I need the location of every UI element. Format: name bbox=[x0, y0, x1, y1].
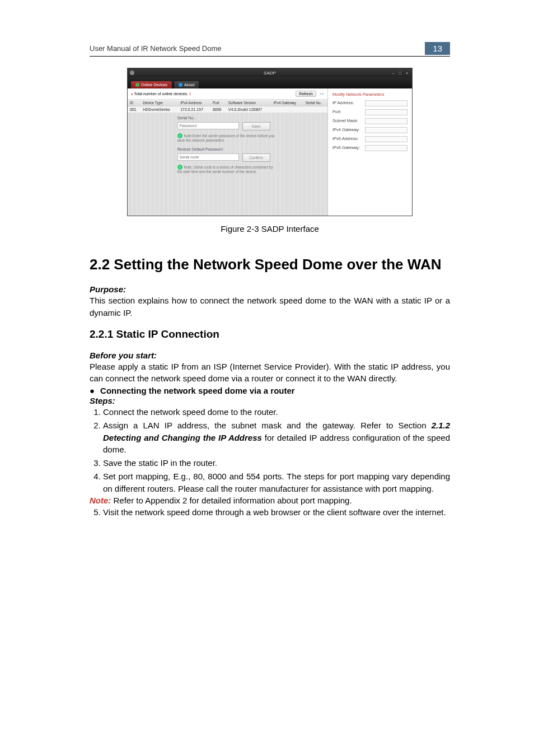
param-ip6-field[interactable] bbox=[365, 136, 407, 142]
param-gw6-label: IPv6 Gateway: bbox=[332, 145, 363, 151]
device-table: ID Device Type IPv4 Address Port Softwar… bbox=[128, 100, 327, 113]
param-gw6-field[interactable] bbox=[365, 145, 407, 151]
note-text: Refer to Appendix 2 for detailed informa… bbox=[111, 496, 352, 505]
cell-type: HDDomeSeries bbox=[140, 106, 178, 113]
refresh-button[interactable]: Refresh bbox=[296, 91, 316, 97]
param-ip6-label: IPv6 Address: bbox=[332, 136, 363, 142]
tab-about[interactable]: About bbox=[174, 81, 199, 88]
steps-list: Connect the network speed dome to the ro… bbox=[90, 406, 450, 494]
note-label: Note: bbox=[90, 496, 111, 505]
step-3: Save the static IP in the router. bbox=[103, 457, 450, 469]
table-row[interactable]: 001 HDDomeSeries 172.6.21.157 8000 V4.0.… bbox=[128, 106, 327, 113]
online-dot-icon bbox=[135, 83, 139, 87]
tab-online-devices[interactable]: Online Devices bbox=[131, 81, 172, 88]
total-devices-label: Total number of online devices: 1 bbox=[131, 92, 191, 96]
note1-text: Note:Enter the admin password of the dev… bbox=[177, 134, 275, 142]
param-port-field[interactable] bbox=[365, 109, 407, 115]
bullet-connecting-via-router: ● Connecting the network speed dome via … bbox=[90, 386, 450, 395]
steps-label: Steps: bbox=[90, 396, 450, 405]
step-2a: Assign a LAN IP address, the subnet mask… bbox=[103, 421, 432, 430]
confirm-button[interactable]: Confirm bbox=[242, 153, 270, 162]
purpose-label: Purpose: bbox=[90, 284, 450, 294]
collapse-panel-icon[interactable]: >> bbox=[320, 92, 324, 96]
bullet-text: Connecting the network speed dome via a … bbox=[100, 386, 295, 395]
col-sn[interactable]: Serial No. bbox=[303, 100, 327, 106]
note-line: Note: Refer to Appendix 2 for detailed i… bbox=[90, 496, 450, 505]
col-ipv4[interactable]: IPv4 Address bbox=[178, 100, 210, 106]
header-title: User Manual of IR Network Speed Dome bbox=[90, 44, 222, 53]
step-1: Connect the network speed dome to the ro… bbox=[103, 406, 450, 418]
info-icon: i bbox=[177, 133, 182, 138]
col-gw[interactable]: IPv4 Gateway bbox=[271, 100, 303, 106]
serial-code-note: iNote: Serial code is a series of charac… bbox=[177, 165, 278, 174]
admin-pwd-note: iNote:Enter the admin password of the de… bbox=[177, 133, 278, 143]
param-gw4-label: IPv4 Gateway: bbox=[332, 127, 363, 133]
modify-params-panel: Modify Network Parameters IP Address: Po… bbox=[328, 88, 412, 216]
bullet-dot-icon: ● bbox=[90, 386, 95, 395]
cell-ipv4: 172.6.21.157 bbox=[178, 106, 210, 113]
sadp-tabbar: Online Devices About bbox=[128, 77, 412, 88]
section-2-2-1-heading: 2.2.1 Static IP Connection bbox=[90, 328, 450, 340]
total-label-text: Total number of online devices: bbox=[131, 92, 188, 96]
cell-sw: V4.0.2build 120807 bbox=[226, 106, 271, 113]
before-you-start-label: Before you start: bbox=[90, 351, 450, 360]
info-icon: i bbox=[177, 165, 182, 170]
tab-online-label: Online Devices bbox=[141, 83, 167, 87]
param-ip-label: IP Address: bbox=[332, 100, 363, 106]
top-right-controls: Refresh >> bbox=[296, 91, 324, 97]
param-ip-field[interactable] bbox=[365, 100, 407, 106]
col-type[interactable]: Device Type bbox=[140, 100, 178, 106]
sadp-window: SADP – □ × Online Devices About Total bbox=[127, 68, 413, 216]
param-port-label: Port: bbox=[332, 109, 363, 115]
col-id[interactable]: ID bbox=[128, 100, 140, 106]
serial-code-input[interactable] bbox=[177, 153, 239, 161]
save-button[interactable]: Save bbox=[242, 122, 270, 130]
col-port[interactable]: Port bbox=[210, 100, 226, 106]
cell-id: 001 bbox=[128, 106, 140, 113]
before-you-start-text: Please apply a static IP from an ISP (In… bbox=[90, 361, 450, 385]
modify-header: Modify Network Parameters bbox=[332, 92, 407, 97]
note2-text: Note: Serial code is a series of charact… bbox=[177, 165, 273, 174]
param-gw4-field[interactable] bbox=[365, 127, 407, 133]
page-header: User Manual of IR Network Speed Dome 13 bbox=[90, 42, 450, 57]
restore-header: Restore Default Password bbox=[177, 147, 278, 151]
page-number: 13 bbox=[425, 42, 450, 55]
table-header-row: ID Device Type IPv4 Address Port Softwar… bbox=[128, 100, 327, 106]
window-title: SADP bbox=[264, 71, 276, 76]
window-controls[interactable]: – □ × bbox=[392, 71, 410, 75]
col-sw[interactable]: Software Version bbox=[226, 100, 271, 106]
param-mask-label: Subnet Mask: bbox=[332, 118, 363, 124]
tab-about-label: About bbox=[184, 83, 194, 87]
steps-list-continued: Visit the network speed dome through a w… bbox=[90, 506, 450, 519]
purpose-text: This section explains how to connect the… bbox=[90, 295, 450, 319]
param-mask-field[interactable] bbox=[365, 118, 407, 124]
password-input[interactable] bbox=[177, 122, 239, 129]
total-number: 1 bbox=[189, 92, 191, 96]
cell-port: 8000 bbox=[210, 106, 226, 113]
step-5: Visit the network speed dome through a w… bbox=[103, 506, 450, 519]
figure-caption: Figure 2-3 SADP Interface bbox=[90, 224, 450, 234]
app-logo-icon bbox=[130, 71, 134, 75]
section-2-2-heading: 2.2 Setting the Network Speed Dome over … bbox=[90, 256, 450, 273]
cell-gw bbox=[271, 106, 303, 113]
sadp-titlebar: SADP – □ × bbox=[128, 68, 412, 77]
serial-label: Serial No.: bbox=[177, 116, 278, 120]
step-2: Assign a LAN IP address, the subnet mask… bbox=[103, 419, 450, 456]
about-dot-icon bbox=[179, 83, 182, 87]
step-4: Set port mapping, E.g., 80, 8000 and 554… bbox=[103, 470, 450, 495]
cell-sn bbox=[303, 106, 327, 113]
screenshot-figure: SADP – □ × Online Devices About Total bbox=[90, 68, 450, 216]
sadp-lower-panel: Serial No.: Save iNote:Enter the admin p… bbox=[128, 113, 327, 216]
